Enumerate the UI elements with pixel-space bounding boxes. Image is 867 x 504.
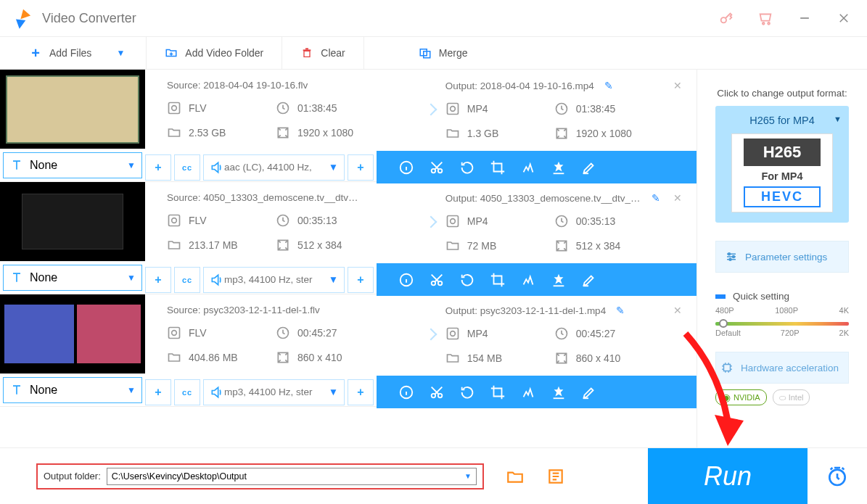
watermark-icon[interactable] bbox=[551, 384, 567, 400]
rotate-icon[interactable] bbox=[459, 160, 475, 175]
hardware-acceleration-toggle[interactable]: Hardware acceleration bbox=[715, 352, 849, 384]
slider-handle[interactable] bbox=[719, 319, 728, 328]
folder-icon bbox=[167, 350, 181, 365]
run-button[interactable]: Run bbox=[648, 448, 808, 505]
cc-button[interactable]: cc bbox=[174, 379, 200, 405]
output-format-button[interactable]: ▼ H265 for MP4 H265 For MP4 HEVC bbox=[715, 106, 849, 223]
source-info: Source: 2018-04-04 19-10-16.flv FLV 2.53… bbox=[145, 70, 424, 151]
dimensions-icon bbox=[554, 351, 569, 365]
subtitle-value: None bbox=[30, 271, 57, 284]
open-folder-button[interactable] bbox=[506, 467, 525, 486]
audio-dropdown[interactable]: aac (LC), 44100 Hz, ▼ bbox=[203, 154, 345, 181]
subtitle-dropdown[interactable]: None ▼ bbox=[3, 377, 142, 403]
effects-icon[interactable] bbox=[520, 272, 536, 288]
output-size: 154 MB bbox=[467, 352, 502, 364]
chevron-down-icon: ▼ bbox=[329, 387, 338, 397]
add-audio-button[interactable]: + bbox=[348, 267, 374, 293]
key-icon[interactable] bbox=[718, 9, 735, 27]
gpu-badges: ◉NVIDIA ⬭Intel bbox=[715, 389, 849, 405]
close-button[interactable] bbox=[835, 9, 852, 27]
audio-dropdown[interactable]: mp3, 44100 Hz, ster ▼ bbox=[203, 379, 345, 405]
cc-button[interactable]: cc bbox=[174, 267, 200, 293]
add-files-button[interactable]: + Add Files ▼ bbox=[0, 37, 147, 69]
chevron-down-icon: ▼ bbox=[834, 115, 842, 123]
clock-icon bbox=[276, 101, 290, 115]
quick-setting-heading: Quick setting bbox=[715, 291, 849, 302]
add-audio-button[interactable]: + bbox=[348, 154, 374, 181]
rotate-icon[interactable] bbox=[459, 384, 475, 400]
minimize-button[interactable] bbox=[796, 9, 813, 27]
output-format: MP4 bbox=[467, 103, 488, 115]
effects-icon[interactable] bbox=[520, 160, 536, 175]
edit-icon[interactable] bbox=[581, 384, 597, 400]
output-format: MP4 bbox=[467, 328, 488, 339]
conversion-item: None ▼ Source: 4050_13303_demoscene.tv__… bbox=[0, 182, 697, 294]
dimensions-icon bbox=[276, 238, 290, 252]
source-format: FLV bbox=[189, 327, 207, 339]
crop-icon[interactable] bbox=[490, 272, 506, 288]
cut-icon[interactable] bbox=[429, 272, 445, 288]
cut-icon[interactable] bbox=[429, 160, 445, 175]
quality-slider[interactable] bbox=[715, 322, 849, 326]
edit-output-button[interactable]: ✎ bbox=[652, 192, 660, 204]
clock-icon bbox=[554, 102, 569, 116]
clock-icon bbox=[276, 213, 290, 228]
side-panel: Click to change output format: ▼ H265 fo… bbox=[697, 70, 867, 476]
svg-rect-16 bbox=[447, 104, 458, 115]
svg-rect-48 bbox=[724, 365, 731, 371]
svg-point-0 bbox=[721, 17, 726, 22]
remove-item-button[interactable]: ✕ bbox=[673, 305, 682, 316]
subtitle-dropdown[interactable]: None ▼ bbox=[3, 265, 142, 291]
add-subtitle-button[interactable]: + bbox=[145, 154, 171, 181]
playlist-button[interactable] bbox=[546, 467, 565, 486]
info-icon[interactable] bbox=[398, 160, 414, 175]
add-subtitle-button[interactable]: + bbox=[145, 267, 171, 293]
parameter-settings-button[interactable]: Parameter settings bbox=[715, 241, 849, 273]
video-thumbnail[interactable] bbox=[0, 182, 145, 261]
rotate-icon[interactable] bbox=[459, 272, 475, 288]
merge-button[interactable]: Merge bbox=[400, 37, 486, 69]
output-folder-box: Output folder: C:\Users\Kevincy\Desktop\… bbox=[36, 463, 484, 489]
cart-icon[interactable] bbox=[757, 9, 774, 27]
remove-item-button[interactable]: ✕ bbox=[673, 80, 682, 91]
chevron-down-icon[interactable]: ▼ bbox=[113, 48, 128, 58]
watermark-icon[interactable] bbox=[551, 160, 567, 175]
cut-icon[interactable] bbox=[429, 384, 445, 400]
schedule-button[interactable] bbox=[826, 465, 849, 488]
svg-point-39 bbox=[450, 331, 455, 336]
clear-button[interactable]: Clear bbox=[282, 37, 363, 69]
output-folder-dropdown[interactable]: C:\Users\Kevincy\Desktop\Output ▼ bbox=[107, 468, 477, 485]
cc-button[interactable]: cc bbox=[174, 154, 200, 181]
dimensions-icon bbox=[276, 125, 290, 140]
edit-icon[interactable] bbox=[581, 272, 597, 288]
audio-dropdown[interactable]: mp3, 44100 Hz, ster ▼ bbox=[203, 267, 345, 293]
hevc-badge: HEVC bbox=[744, 186, 821, 207]
output-duration: 00:35:13 bbox=[576, 215, 616, 227]
add-audio-button[interactable]: + bbox=[348, 379, 374, 405]
crop-icon[interactable] bbox=[490, 384, 506, 400]
info-icon[interactable] bbox=[398, 384, 414, 400]
subtitle-value: None bbox=[30, 159, 57, 172]
svg-rect-12 bbox=[169, 103, 180, 114]
text-icon bbox=[9, 270, 24, 285]
crop-icon[interactable] bbox=[490, 160, 506, 175]
edit-icon[interactable] bbox=[581, 160, 597, 175]
video-thumbnail[interactable] bbox=[0, 70, 145, 149]
output-duration: 01:38:45 bbox=[576, 103, 616, 115]
effects-icon[interactable] bbox=[520, 384, 536, 400]
edit-output-button[interactable]: ✎ bbox=[616, 305, 625, 316]
output-resolution: 860 x 410 bbox=[576, 352, 621, 364]
info-icon[interactable] bbox=[398, 272, 414, 288]
subtitle-dropdown[interactable]: None ▼ bbox=[3, 152, 142, 178]
clock-icon bbox=[554, 214, 569, 228]
source-info: Source: psyc3203-12-1-11-del-1.flv FLV 4… bbox=[145, 294, 424, 376]
video-thumbnail[interactable] bbox=[0, 294, 145, 373]
chevron-down-icon: ▼ bbox=[127, 160, 136, 170]
edit-output-button[interactable]: ✎ bbox=[604, 80, 613, 91]
svg-point-47 bbox=[729, 258, 731, 260]
add-folder-button[interactable]: Add Video Folder bbox=[147, 37, 282, 69]
add-subtitle-button[interactable]: + bbox=[145, 379, 171, 405]
add-files-label: Add Files bbox=[49, 47, 91, 59]
watermark-icon[interactable] bbox=[551, 272, 567, 288]
remove-item-button[interactable]: ✕ bbox=[673, 192, 682, 204]
